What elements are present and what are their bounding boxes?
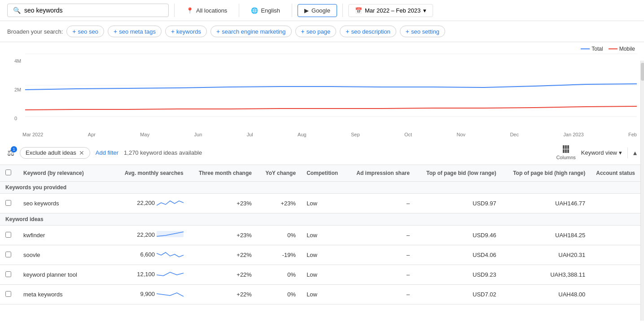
row-checkbox-cell [0, 226, 18, 245]
top-bar: 🔍 📍 All locations 🌐 English ▶ Google 📅 M… [0, 0, 644, 21]
keyword-cell: seo keywords [18, 194, 114, 213]
chart-area: Total Mobile 4M 2M 0 [0, 42, 644, 132]
broaden-chip-search-engine-marketing[interactable]: + search engine marketing [210, 26, 292, 37]
table-row: kwfinder 22,200 +23% 0% [0, 226, 644, 245]
yoy-cell: -19% [257, 245, 301, 265]
filter-button[interactable]: ⚖ 1 [7, 148, 14, 158]
plus-icon: + [346, 28, 349, 35]
divider [292, 4, 292, 17]
ad-impression-cell: – [346, 226, 415, 245]
table-container: Keyword (by relevance) Avg. monthly sear… [0, 165, 644, 304]
table-row: keyword planner tool 12,100 +22% 0% [0, 265, 644, 285]
row-checkbox-cell [0, 265, 18, 285]
broaden-chip-seo-setting[interactable]: + seo setting [400, 26, 445, 37]
keyword-view-button[interactable]: Keyword view [581, 149, 622, 156]
three-month-cell: +23% [189, 226, 257, 245]
broaden-chip-seo-meta-tags[interactable]: + seo meta tags [108, 26, 162, 37]
columns-icon [563, 145, 569, 153]
keyword-cell: soovle [18, 245, 114, 265]
yoy-cell: 0% [257, 226, 301, 245]
header-three-month: Three month change [189, 165, 257, 182]
avg-monthly-cell: 12,100 [114, 265, 188, 285]
top-bid-low-cell: USD9.23 [415, 265, 502, 285]
account-status-cell [591, 226, 644, 245]
plus-icon: + [301, 28, 305, 35]
sparkline [157, 197, 184, 209]
location-icon: 📍 [186, 7, 193, 14]
header-top-bid-high: Top of page bid (high range) [502, 165, 591, 182]
row-checkbox[interactable] [5, 252, 11, 257]
keywords-table: Keyword (by relevance) Avg. monthly sear… [0, 165, 644, 304]
top-bid-high-cell: UAH146.77 [502, 194, 591, 213]
divider [342, 4, 343, 17]
row-checkbox-cell [0, 245, 18, 265]
table-row: seo keywords 22,200 +23% +23% [0, 194, 644, 213]
header-keyword: Keyword (by relevance) [18, 165, 114, 182]
section-header-provided: Keywords you provided [0, 182, 644, 194]
row-checkbox[interactable] [5, 271, 11, 277]
svg-rect-3 [157, 231, 184, 237]
legend-line-red [609, 48, 618, 49]
competition-cell: Low [301, 245, 346, 265]
avg-monthly-cell: 9,900 [114, 285, 188, 304]
date-range-button[interactable]: 📅 Mar 2022 – Feb 2023 [348, 4, 433, 17]
ideas-count: 1,270 keyword ideas available [124, 149, 551, 156]
competition-cell: Low [301, 226, 346, 245]
row-checkbox-cell [0, 285, 18, 304]
divider [239, 4, 239, 17]
top-bid-low-cell: USD4.06 [415, 245, 502, 265]
columns-button[interactable]: Columns [556, 145, 575, 160]
yoy-cell: +23% [257, 194, 301, 213]
calendar-icon: 📅 [355, 7, 362, 14]
broaden-label: Broaden your search: [7, 28, 63, 35]
keyword-cell: kwfinder [18, 226, 114, 245]
plus-icon: + [114, 28, 117, 35]
broaden-chip-seo-page[interactable]: + seo page [295, 26, 337, 37]
translate-icon: 🌐 [251, 7, 258, 14]
language-button[interactable]: 🌐 English [245, 4, 286, 17]
filter-badge: 1 [11, 146, 17, 152]
header-account-status: Account status [591, 165, 644, 182]
sparkline [157, 229, 184, 241]
plus-icon: + [216, 28, 220, 35]
top-bid-high-cell: UAH48.00 [502, 285, 591, 304]
plus-icon: + [72, 28, 76, 35]
row-checkbox[interactable] [5, 291, 11, 297]
ad-impression-cell: – [346, 194, 415, 213]
sparkline [157, 269, 184, 281]
broaden-chip-seo-seo[interactable]: + seo seo [66, 26, 104, 37]
scrollbar[interactable] [640, 61, 644, 304]
select-all-checkbox[interactable] [5, 170, 11, 175]
broaden-chip-seo-description[interactable]: + seo description [340, 26, 396, 37]
avg-monthly-cell: 6,600 [114, 245, 188, 265]
broaden-chip-keywords[interactable]: + keywords [165, 26, 207, 37]
ad-impression-cell: – [346, 245, 415, 265]
row-checkbox[interactable] [5, 200, 11, 206]
top-bid-low-cell: USD7.02 [415, 285, 502, 304]
chevron-up-icon [633, 149, 637, 156]
search-box: 🔍 [7, 4, 169, 17]
search-input[interactable] [24, 7, 163, 14]
add-filter-button[interactable]: Add filter [96, 149, 118, 156]
engine-button[interactable]: ▶ Google [298, 4, 337, 17]
location-button[interactable]: 📍 All locations [180, 4, 233, 17]
chart-legend: Total Mobile [581, 46, 635, 52]
row-checkbox[interactable] [5, 232, 11, 238]
collapse-button[interactable] [633, 148, 637, 157]
google-icon: ▶ [304, 7, 309, 14]
yoy-cell: 0% [257, 265, 301, 285]
legend-total: Total [581, 46, 603, 52]
sparkline [157, 249, 184, 261]
chip-close-button[interactable]: ✕ [79, 149, 84, 156]
divider [627, 148, 628, 158]
filter-bar: ⚖ 1 Exclude adult ideas ✕ Add filter 1,2… [0, 141, 644, 165]
three-month-cell: +22% [189, 265, 257, 285]
scrollbar-thumb[interactable] [641, 63, 644, 81]
plus-icon: + [406, 28, 409, 35]
legend-line-blue [581, 48, 590, 49]
account-status-cell [591, 194, 644, 213]
row-checkbox-cell [0, 194, 18, 213]
header-ad-impression: Ad impression share [346, 165, 415, 182]
avg-monthly-cell: 22,200 [114, 226, 188, 245]
divider [174, 4, 175, 17]
